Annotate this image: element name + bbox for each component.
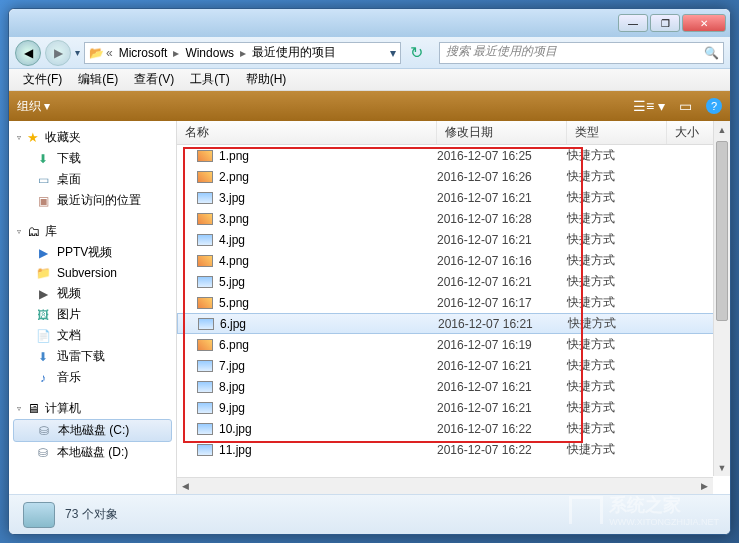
- file-row[interactable]: 5.jpg2016-12-07 16:21快捷方式: [177, 271, 730, 292]
- column-date[interactable]: 修改日期: [437, 121, 567, 144]
- file-row[interactable]: 11.jpg2016-12-07 16:22快捷方式: [177, 439, 730, 460]
- file-row[interactable]: 7.jpg2016-12-07 16:21快捷方式: [177, 355, 730, 376]
- file-row[interactable]: 6.png2016-12-07 16:19快捷方式: [177, 334, 730, 355]
- file-row[interactable]: 9.jpg2016-12-07 16:21快捷方式: [177, 397, 730, 418]
- file-row[interactable]: 8.jpg2016-12-07 16:21快捷方式: [177, 376, 730, 397]
- file-type: 快捷方式: [567, 357, 667, 374]
- file-icon: [197, 444, 213, 456]
- file-row[interactable]: 3.png2016-12-07 16:28快捷方式: [177, 208, 730, 229]
- sidebar-item-recent-places[interactable]: ▣最近访问的位置: [9, 190, 176, 211]
- history-dropdown-icon[interactable]: ▾: [75, 47, 80, 58]
- file-date: 2016-12-07 16:22: [437, 422, 567, 436]
- file-icon: [197, 381, 213, 393]
- file-type: 快捷方式: [567, 252, 667, 269]
- crumb-windows[interactable]: Windows: [181, 46, 238, 60]
- menu-view[interactable]: 查看(V): [128, 69, 180, 90]
- file-icon: [197, 192, 213, 204]
- breadcrumb-dropdown-icon[interactable]: ▾: [390, 46, 396, 60]
- organize-button[interactable]: 组织 ▾: [17, 98, 50, 115]
- file-row[interactable]: 4.png2016-12-07 16:16快捷方式: [177, 250, 730, 271]
- scroll-down-icon[interactable]: ▼: [714, 459, 730, 476]
- file-row[interactable]: 6.jpg2016-12-07 16:21快捷方式: [177, 313, 730, 334]
- folder-icon: 📂: [89, 46, 104, 60]
- content-area: ▿★收藏夹 ⬇下载 ▭桌面 ▣最近访问的位置 ▿🗂库 ▶PPTV视频 📁Subv…: [9, 121, 730, 494]
- file-row[interactable]: 4.jpg2016-12-07 16:21快捷方式: [177, 229, 730, 250]
- file-row[interactable]: 10.jpg2016-12-07 16:22快捷方式: [177, 418, 730, 439]
- file-icon: [197, 297, 213, 309]
- file-date: 2016-12-07 16:28: [437, 212, 567, 226]
- search-placeholder: 搜索 最近使用的项目: [446, 44, 557, 58]
- file-name: 3.jpg: [219, 191, 245, 205]
- file-row[interactable]: 5.png2016-12-07 16:17快捷方式: [177, 292, 730, 313]
- forward-button[interactable]: ▶: [45, 40, 71, 66]
- library-icon: 🗂: [25, 224, 41, 240]
- scroll-right-icon[interactable]: ▶: [696, 478, 713, 494]
- navigation-pane: ▿★收藏夹 ⬇下载 ▭桌面 ▣最近访问的位置 ▿🗂库 ▶PPTV视频 📁Subv…: [9, 121, 177, 494]
- file-icon: [197, 339, 213, 351]
- minimize-button[interactable]: —: [618, 14, 648, 32]
- help-button[interactable]: ?: [706, 98, 722, 114]
- sidebar-item-documents[interactable]: 📄文档: [9, 325, 176, 346]
- column-type[interactable]: 类型: [567, 121, 667, 144]
- file-name: 4.jpg: [219, 233, 245, 247]
- sidebar-item-downloads[interactable]: ⬇下载: [9, 148, 176, 169]
- file-row[interactable]: 3.jpg2016-12-07 16:21快捷方式: [177, 187, 730, 208]
- scroll-up-icon[interactable]: ▲: [714, 121, 730, 138]
- scroll-left-icon[interactable]: ◀: [177, 478, 194, 494]
- pictures-icon: 🖼: [35, 307, 51, 323]
- file-list[interactable]: 1.png2016-12-07 16:25快捷方式2.png2016-12-07…: [177, 145, 730, 494]
- sidebar-item-music[interactable]: ♪音乐: [9, 367, 176, 388]
- close-button[interactable]: ✕: [682, 14, 726, 32]
- file-row[interactable]: 1.png2016-12-07 16:25快捷方式: [177, 145, 730, 166]
- menu-file[interactable]: 文件(F): [17, 69, 68, 90]
- search-icon[interactable]: 🔍: [704, 46, 719, 60]
- sidebar-head-favorites[interactable]: ▿★收藏夹: [9, 127, 176, 148]
- file-date: 2016-12-07 16:21: [438, 317, 568, 331]
- file-type: 快捷方式: [567, 399, 667, 416]
- file-type: 快捷方式: [567, 210, 667, 227]
- refresh-button[interactable]: ↻: [405, 42, 427, 64]
- breadcrumb[interactable]: 📂 « Microsoft▸ Windows▸ 最近使用的项目 ▾: [84, 42, 401, 64]
- crumb-recent[interactable]: 最近使用的项目: [248, 44, 340, 61]
- menu-tools[interactable]: 工具(T): [184, 69, 235, 90]
- vertical-scrollbar[interactable]: ▲ ▼: [713, 121, 730, 476]
- back-button[interactable]: ◀: [15, 40, 41, 66]
- column-name[interactable]: 名称: [177, 121, 437, 144]
- sidebar-item-disk-d[interactable]: ⛁本地磁盘 (D:): [9, 442, 176, 463]
- file-type: 快捷方式: [567, 441, 667, 458]
- sidebar-item-videos[interactable]: ▶视频: [9, 283, 176, 304]
- menu-edit[interactable]: 编辑(E): [72, 69, 124, 90]
- explorer-window: — ❐ ✕ ◀ ▶ ▾ 📂 « Microsoft▸ Windows▸ 最近使用…: [8, 8, 731, 535]
- file-name: 10.jpg: [219, 422, 252, 436]
- menu-help[interactable]: 帮助(H): [240, 69, 293, 90]
- file-type: 快捷方式: [567, 294, 667, 311]
- sidebar-item-desktop[interactable]: ▭桌面: [9, 169, 176, 190]
- search-input[interactable]: 搜索 最近使用的项目 🔍: [439, 42, 724, 64]
- preview-pane-button[interactable]: ▭: [679, 98, 692, 114]
- view-mode-button[interactable]: ☰≡ ▾: [633, 98, 665, 114]
- status-icon: [23, 502, 55, 528]
- music-icon: ♪: [35, 370, 51, 386]
- maximize-button[interactable]: ❐: [650, 14, 680, 32]
- file-date: 2016-12-07 16:22: [437, 443, 567, 457]
- sidebar-head-libraries[interactable]: ▿🗂库: [9, 221, 176, 242]
- sidebar-head-computer[interactable]: ▿🖥计算机: [9, 398, 176, 419]
- sidebar-item-xunlei[interactable]: ⬇迅雷下载: [9, 346, 176, 367]
- sidebar-item-pptv[interactable]: ▶PPTV视频: [9, 242, 176, 263]
- scrollbar-thumb[interactable]: [716, 141, 728, 321]
- download-icon: ⬇: [35, 349, 51, 365]
- sidebar-item-subversion[interactable]: 📁Subversion: [9, 263, 176, 283]
- file-name: 4.png: [219, 254, 249, 268]
- file-icon: [197, 360, 213, 372]
- menu-bar: 文件(F) 编辑(E) 查看(V) 工具(T) 帮助(H): [9, 69, 730, 91]
- sidebar-item-disk-c[interactable]: ⛁本地磁盘 (C:): [13, 419, 172, 442]
- file-row[interactable]: 2.png2016-12-07 16:26快捷方式: [177, 166, 730, 187]
- document-icon: 📄: [35, 328, 51, 344]
- sidebar-item-pictures[interactable]: 🖼图片: [9, 304, 176, 325]
- file-icon: [198, 318, 214, 330]
- file-date: 2016-12-07 16:19: [437, 338, 567, 352]
- status-bar: 73 个对象: [9, 494, 730, 534]
- horizontal-scrollbar[interactable]: ◀ ▶: [177, 477, 713, 494]
- file-name: 6.png: [219, 338, 249, 352]
- crumb-microsoft[interactable]: Microsoft: [115, 46, 172, 60]
